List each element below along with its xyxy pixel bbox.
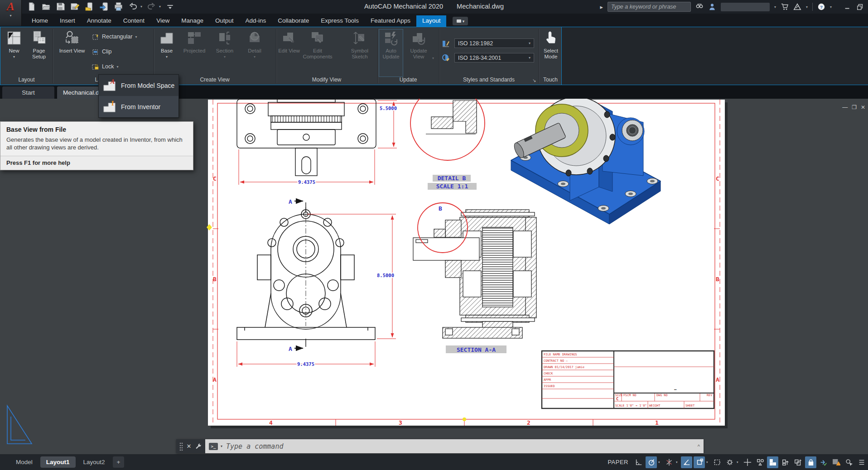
save-icon[interactable] <box>55 1 66 12</box>
tab-manage[interactable]: Manage <box>175 15 209 27</box>
surface-standard-select[interactable]: ISO 128-34:2001▾ <box>454 53 534 62</box>
auto-update-button[interactable]: Auto Update <box>379 29 403 77</box>
account-dropdown-icon[interactable]: ▾ <box>774 5 776 9</box>
insert-view-button[interactable]: Insert View <box>56 29 88 54</box>
edit-view-button[interactable]: Edit View <box>278 29 300 54</box>
panel-title-update[interactable]: Update <box>377 77 439 83</box>
search-input[interactable] <box>608 2 691 12</box>
title-block[interactable]: FILE NAME DRAWINGS CONTRACT NO — DRAWN 0… <box>542 351 714 408</box>
isolate-objects-icon[interactable] <box>843 456 854 468</box>
new-file-icon[interactable] <box>26 1 37 12</box>
search-icon[interactable] <box>695 3 704 11</box>
panel-title-styles-standards[interactable]: Styles and Standards <box>439 77 539 83</box>
panel-title-touch[interactable]: Touch <box>539 77 562 83</box>
tab-output[interactable]: Output <box>209 15 240 27</box>
menu-item-from-model-space[interactable]: A From Model Space <box>99 75 178 96</box>
help-dropdown-icon[interactable]: ▾ <box>830 5 832 9</box>
command-input-area[interactable]: >_ ▾ ^ <box>205 439 704 453</box>
tab-featured-apps[interactable]: Featured Apps <box>365 15 416 27</box>
select-mode-button[interactable]: Select Mode <box>540 29 561 59</box>
annotation-autoscale-icon[interactable] <box>780 456 791 468</box>
tab-express-tools[interactable]: Express Tools <box>315 15 365 27</box>
layout2-tab[interactable]: Layout2 <box>77 456 111 468</box>
model-tab[interactable]: Model <box>10 456 39 468</box>
annotation-visibility-icon[interactable] <box>754 456 766 468</box>
grip-marker[interactable] <box>463 417 466 421</box>
detail-view-button[interactable]: Detail▾ <box>241 29 268 59</box>
command-bar-grip[interactable]: ✕ <box>176 439 205 453</box>
doc-restore-icon[interactable]: ❐ <box>852 104 857 110</box>
redo-icon[interactable] <box>146 1 157 12</box>
help-icon[interactable]: ? <box>817 3 825 11</box>
drag-handle-icon[interactable] <box>179 442 183 451</box>
app-store-cart-icon[interactable] <box>781 3 789 11</box>
polar-dropdown-icon[interactable]: ▾ <box>658 460 662 464</box>
open-file-icon[interactable] <box>41 1 51 12</box>
tab-view[interactable]: View <box>150 15 175 27</box>
undo-icon[interactable] <box>128 1 138 12</box>
grid-mode-icon[interactable] <box>633 456 644 468</box>
sign-in-icon[interactable] <box>708 3 716 11</box>
open-from-mobile-icon[interactable] <box>84 1 95 12</box>
redo-dropdown-icon[interactable]: ▾ <box>159 5 161 9</box>
tab-collaborate[interactable]: Collaborate <box>272 15 315 27</box>
account-name-box[interactable] <box>721 3 770 11</box>
save-to-mobile-icon[interactable] <box>99 1 109 12</box>
clip-viewport-button[interactable]: Clip <box>92 46 112 58</box>
rectangular-viewport-button[interactable]: Rectangular▾ <box>92 31 137 43</box>
doc-close-icon[interactable]: ✕ <box>861 104 865 110</box>
object-snap-icon[interactable] <box>694 456 705 468</box>
tab-annotate[interactable]: Annotate <box>81 15 117 27</box>
symbol-sketch-button[interactable]: Symbol Sketch <box>347 29 373 59</box>
isodraft-icon[interactable] <box>663 456 675 468</box>
workspace-switching-icon[interactable] <box>767 456 778 468</box>
customize-wrench-icon[interactable] <box>195 443 202 450</box>
command-history-expand-icon[interactable]: ^ <box>698 444 700 449</box>
application-menu-button[interactable]: A ▾ <box>0 0 22 26</box>
tab-content[interactable]: Content <box>117 15 150 27</box>
selection-cycling-icon[interactable] <box>711 456 723 468</box>
close-command-bar-icon[interactable]: ✕ <box>187 443 192 450</box>
page-setup-button[interactable]: Page Setup <box>27 29 51 59</box>
qat-customize-icon[interactable] <box>165 1 175 12</box>
isodraft-dropdown-icon[interactable]: ▾ <box>676 460 680 464</box>
search-expand-icon[interactable]: ▸ <box>600 4 603 10</box>
projected-view-button[interactable]: Projected <box>180 29 209 54</box>
overflow-menu-icon[interactable] <box>856 456 867 468</box>
doc-minimize-icon[interactable]: — <box>842 104 848 110</box>
settings-dropdown-icon[interactable]: ▾ <box>737 460 740 464</box>
command-input[interactable] <box>225 442 695 451</box>
undo-dropdown-icon[interactable]: ▾ <box>140 5 142 9</box>
osnap-dropdown-icon[interactable]: ▾ <box>706 460 710 464</box>
graphics-warning-icon[interactable] <box>830 456 842 468</box>
base-view-button[interactable]: Base▾ <box>155 29 178 59</box>
settings-gear-icon[interactable] <box>724 456 735 468</box>
lock-viewport-button[interactable]: Lock▾ <box>92 61 118 72</box>
edit-components-button[interactable]: Edit Components <box>301 29 334 59</box>
file-tab-start[interactable]: Start <box>2 86 54 99</box>
styles-panel-launcher-icon[interactable]: ↘ <box>532 78 536 83</box>
save-as-icon[interactable] <box>70 1 80 12</box>
new-layout-button[interactable]: New▾ <box>3 29 25 59</box>
section-view-button[interactable]: Section▾ <box>211 29 239 59</box>
autodesk-dropdown-icon[interactable]: ▾ <box>806 5 808 9</box>
panel-title-layout[interactable]: Layout <box>0 77 53 83</box>
update-view-button[interactable]: Update View ▾ <box>406 29 431 59</box>
osnap-tracking-icon[interactable] <box>681 456 692 468</box>
restore-window-icon[interactable] <box>856 3 864 11</box>
new-layout-tab-button[interactable]: + <box>113 456 125 468</box>
crosshair-icon[interactable] <box>742 456 753 468</box>
panel-title-modify-view[interactable]: Modify View <box>276 77 377 83</box>
polar-tracking-icon[interactable] <box>646 456 657 468</box>
tab-layout[interactable]: Layout <box>416 15 447 27</box>
tab-insert[interactable]: Insert <box>54 15 81 27</box>
layout1-tab[interactable]: Layout1 <box>40 456 76 468</box>
tab-add-ins[interactable]: Add-ins <box>239 15 272 27</box>
menu-item-from-inventor[interactable]: I From Inventor <box>99 96 178 117</box>
autodesk-logo-icon[interactable] <box>793 3 801 11</box>
annotation-scale-add-icon[interactable] <box>792 456 804 468</box>
paper-space-label[interactable]: PAPER <box>608 459 628 465</box>
dimension-standard-select[interactable]: ISO 128:1982▾ <box>454 38 534 48</box>
recent-commands-icon[interactable]: ▾ <box>221 444 222 448</box>
lock-ui-icon[interactable] <box>805 456 816 468</box>
